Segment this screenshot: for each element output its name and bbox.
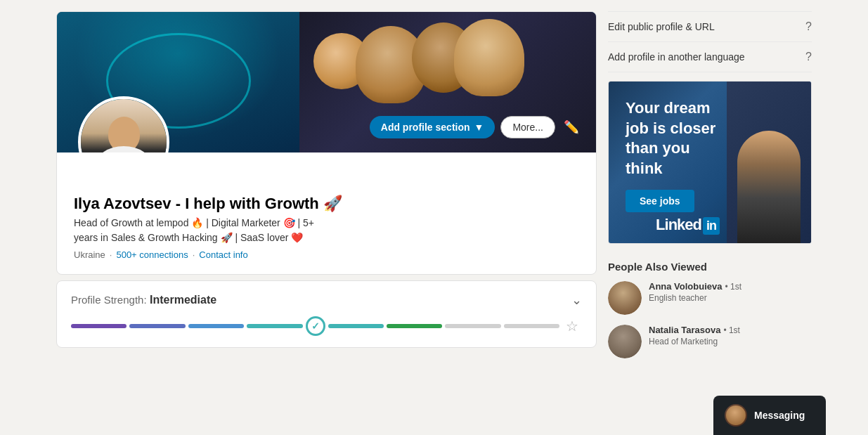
strength-star-icon: ☆ — [562, 316, 582, 336]
people-also-viewed-title: People Also Viewed — [608, 261, 812, 273]
dot-separator-2: · — [193, 249, 195, 260]
add-profile-section-label: Add profile section — [381, 122, 470, 133]
pencil-icon: ✏️ — [564, 120, 579, 134]
profile-card: Add profile section ▼ More... ✏️ Ilya Az… — [56, 11, 597, 275]
profile-name: Ilya Azovtsev - I help with Growth 🚀 — [74, 195, 579, 213]
help-circle-icon-2: ? — [805, 51, 812, 63]
strength-segment-4 — [247, 324, 302, 328]
dropdown-arrow-icon: ▼ — [474, 122, 484, 133]
edit-pencil-button[interactable]: ✏️ — [561, 117, 582, 138]
chevron-down-icon[interactable]: ⌄ — [571, 292, 582, 308]
linkedin-ad-card: Your dream job is closer than you think … — [608, 81, 812, 244]
ad-image: Your dream job is closer than you think … — [609, 82, 811, 243]
strength-segment-6 — [387, 324, 442, 328]
degree-anna: • 1st — [725, 282, 742, 292]
add-profile-language-link[interactable]: Add profile in another language ? — [608, 42, 812, 72]
profile-headline: Head of Growth at lempod 🔥 | Digital Mar… — [74, 216, 579, 245]
person-details-anna: Anna Volobuieva • 1st English teacher — [649, 281, 812, 303]
messaging-avatar — [725, 404, 747, 427]
face-4 — [454, 19, 524, 96]
right-column: Edit public profile & URL ? Add profile … — [608, 11, 812, 377]
cover-photo: Add profile section ▼ More... ✏️ — [57, 12, 596, 152]
add-profile-section-button[interactable]: Add profile section ▼ — [370, 116, 495, 138]
ad-text: Your dream job is closer than you think — [626, 98, 794, 178]
strength-header: Profile Strength: Intermediate ⌄ — [71, 292, 582, 308]
strength-level: Intermediate — [150, 294, 216, 306]
person-role-natalia: Head of Marketing — [649, 337, 812, 346]
strength-bar: ✓ ☆ — [71, 316, 582, 336]
strength-segment-8 — [504, 324, 559, 328]
edit-profile-url-label: Edit public profile & URL — [608, 21, 715, 32]
people-also-viewed-section: People Also Viewed Anna Volobuieva • 1st… — [608, 252, 812, 377]
avatar-anna — [608, 281, 642, 315]
messaging-label: Messaging — [754, 410, 805, 421]
see-jobs-button[interactable]: See jobs — [626, 190, 694, 212]
messaging-widget[interactable]: Messaging — [713, 396, 826, 435]
profile-strength-card: Profile Strength: Intermediate ⌄ ✓ ☆ — [56, 280, 597, 348]
person-item-natalia[interactable]: Natalia Tarasova • 1st Head of Marketing — [608, 325, 812, 358]
person-details-natalia: Natalia Tarasova • 1st Head of Marketing — [649, 325, 812, 346]
strength-segment-2 — [129, 324, 185, 328]
avatar-natalia — [608, 325, 642, 358]
person-name-row-natalia: Natalia Tarasova • 1st — [649, 325, 812, 335]
strength-segment-7 — [445, 324, 500, 328]
strength-text: Profile Strength: Intermediate — [71, 294, 216, 306]
strength-check-icon: ✓ — [306, 316, 325, 336]
add-language-label: Add profile in another language — [608, 51, 745, 63]
person-item-anna[interactable]: Anna Volobuieva • 1st English teacher — [608, 281, 812, 315]
strength-segment-1 — [71, 324, 127, 328]
linkedin-text: Linked — [656, 216, 701, 233]
connections-link[interactable]: 500+ connections — [116, 249, 188, 260]
person-name-row-anna: Anna Volobuieva • 1st — [649, 281, 812, 292]
person-name-natalia: Natalia Tarasova — [649, 325, 720, 335]
profile-location: Ukraine · 500+ connections · Contact inf… — [74, 249, 579, 260]
person-role-anna: English teacher — [649, 293, 812, 303]
degree-natalia: • 1st — [723, 325, 740, 335]
person-name-anna: Anna Volobuieva — [649, 281, 723, 292]
location-text: Ukraine — [74, 249, 105, 260]
strength-label: Profile Strength: — [71, 294, 147, 306]
edit-public-profile-link[interactable]: Edit public profile & URL ? — [608, 11, 812, 42]
dot-separator-1: · — [110, 249, 112, 260]
more-button[interactable]: More... — [500, 116, 555, 138]
profile-info: Ilya Azovtsev - I help with Growth 🚀 Hea… — [57, 152, 596, 274]
profile-actions: Add profile section ▼ More... ✏️ — [370, 116, 582, 138]
headline-line2: years in Sales & Growth Hacking 🚀 | SaaS… — [74, 232, 303, 243]
contact-info-link[interactable]: Contact info — [199, 249, 247, 260]
help-circle-icon-1: ? — [805, 20, 812, 33]
linkedin-in-badge: in — [703, 217, 720, 235]
main-column: Add profile section ▼ More... ✏️ Ilya Az… — [56, 11, 597, 377]
linkedin-logo: Linkedin — [656, 216, 720, 235]
avatar — [78, 96, 169, 152]
strength-segment-3 — [188, 324, 244, 328]
strength-segment-5 — [328, 324, 384, 328]
headline-line1: Head of Growth at lempod 🔥 | Digital Mar… — [74, 217, 314, 228]
